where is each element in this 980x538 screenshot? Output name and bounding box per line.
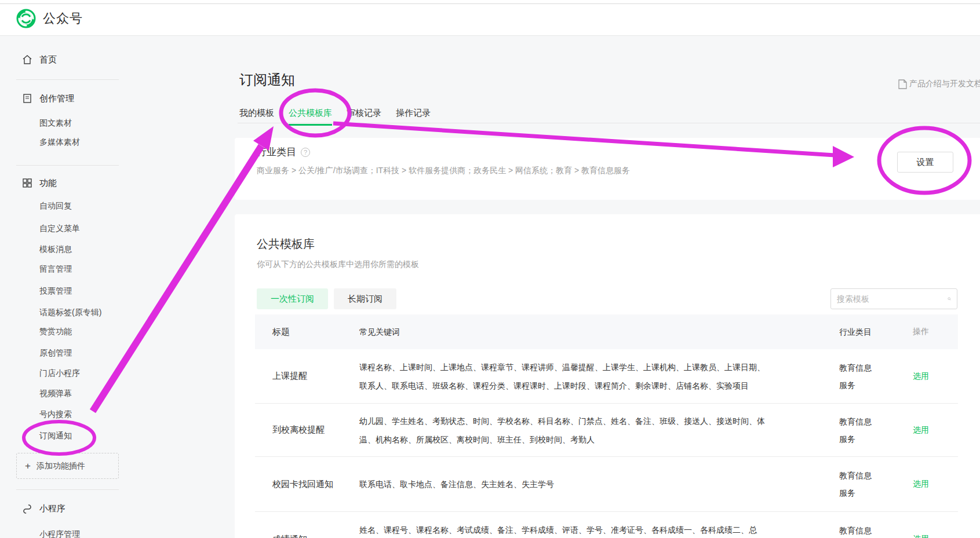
search-icon[interactable] xyxy=(948,294,951,304)
template-keywords: 姓名、课程号、课程名称、考试成绩、备注、学科成绩、评语、学号、准考证号、各科成绩… xyxy=(359,521,839,538)
sidebar: 首页 创作管理 图文素材 多媒体素材 功能 自动回复 自定义菜单 模板消息 留言… xyxy=(0,36,126,538)
library-title: 公共模板库 xyxy=(257,236,315,252)
template-title: 上课提醒 xyxy=(255,371,359,382)
filter-long-term-subscription[interactable]: 长期订阅 xyxy=(334,288,396,309)
sidebar-item-custom-menu[interactable]: 自定义菜单 xyxy=(39,224,80,234)
sidebar-divider xyxy=(16,489,119,490)
wechat-official-account-logo-icon xyxy=(16,9,36,28)
select-template-link[interactable]: 选用 xyxy=(913,479,929,488)
select-template-link[interactable]: 选用 xyxy=(913,425,929,434)
sidebar-item-in-account-search[interactable]: 号内搜索 xyxy=(39,409,72,420)
template-industry: 教育信息服务 xyxy=(839,413,913,448)
table-row: 成绩通知 姓名、课程号、课程名称、考试成绩、备注、学科成绩、评语、学号、准考证号… xyxy=(255,512,958,538)
grid-icon xyxy=(22,178,32,188)
tab-bar-divider xyxy=(238,123,980,123)
column-header-title: 标题 xyxy=(255,327,359,338)
sidebar-item-original-management[interactable]: 原创管理 xyxy=(39,348,72,358)
column-header-action: 操作 xyxy=(913,327,958,337)
select-template-link[interactable]: 选用 xyxy=(913,534,929,538)
doc-link[interactable]: 产品介绍与开发文档 xyxy=(898,79,980,89)
file-icon xyxy=(898,79,907,89)
sidebar-item-multimedia-material[interactable]: 多媒体素材 xyxy=(39,137,80,148)
table-row: 上课提醒 课程名称、上课时间、上课地点、课程章节、课程讲师、温馨提醒、上课学生、… xyxy=(255,349,958,404)
add-plugin-button[interactable]: + 添加功能插件 xyxy=(16,453,119,479)
subscription-type-filters: 一次性订阅 长期订阅 xyxy=(257,288,396,309)
brand[interactable]: 公众号 xyxy=(16,9,83,28)
sidebar-item-topic-tags[interactable]: 话题标签(原专辑) xyxy=(39,308,101,318)
template-keywords: 课程名称、上课时间、上课地点、课程章节、课程讲师、温馨提醒、上课学生、上课机构、… xyxy=(359,358,839,395)
sidebar-group-miniprogram[interactable]: 小程序 xyxy=(39,503,65,514)
sidebar-divider xyxy=(16,165,119,166)
template-industry: 教育信息服务 xyxy=(839,467,913,502)
template-industry: 教育信息服务 xyxy=(839,522,913,538)
template-keywords: 幼儿园、学生姓名、考勤状态、时间、学校名称、科目名称、门禁点、姓名、备注、班级、… xyxy=(359,412,839,449)
sidebar-item-subscribe-notification[interactable]: 订阅通知 xyxy=(39,431,72,441)
sidebar-item-store-miniprogram[interactable]: 门店小程序 xyxy=(39,368,80,379)
table-row: 校园卡找回通知 联系电话、取卡地点、备注信息、失主姓名、失主学号 教育信息服务 … xyxy=(255,457,958,512)
sidebar-item-reward[interactable]: 赞赏功能 xyxy=(39,327,72,337)
template-keywords: 联系电话、取卡地点、备注信息、失主姓名、失主学号 xyxy=(359,475,839,493)
add-plugin-label: 添加功能插件 xyxy=(37,461,85,471)
industry-category-card: 行业类目 ? 商业服务 > 公关/推广/市场调查；IT科技 > 软件服务提供商；… xyxy=(235,138,980,200)
sidebar-item-video-danmu[interactable]: 视频弹幕 xyxy=(39,389,72,399)
sidebar-item-template-message[interactable]: 模板消息 xyxy=(39,244,72,255)
column-header-industry: 行业类目 xyxy=(839,323,913,341)
select-template-link[interactable]: 选用 xyxy=(913,371,929,380)
page-title: 订阅通知 xyxy=(239,71,295,89)
settings-button[interactable]: 设置 xyxy=(897,152,953,173)
home-icon xyxy=(22,54,32,65)
sidebar-group-features[interactable]: 功能 xyxy=(39,178,57,189)
template-title: 成绩通知 xyxy=(255,534,359,538)
template-title: 到校离校提醒 xyxy=(255,424,359,435)
help-icon[interactable]: ? xyxy=(301,148,310,157)
search-input[interactable] xyxy=(831,294,948,303)
plus-icon: + xyxy=(25,460,31,472)
sidebar-item-auto-reply[interactable]: 自动回复 xyxy=(39,201,72,211)
column-header-keywords: 常见关键词 xyxy=(359,323,839,341)
industry-category-title: 行业类目 xyxy=(257,145,296,159)
logo-title: 公众号 xyxy=(43,10,83,27)
library-subtitle: 你可从下方的公共模板库中选用你所需的模板 xyxy=(257,259,419,270)
template-search xyxy=(830,288,957,309)
table-row: 到校离校提醒 幼儿园、学生姓名、考勤状态、时间、学校名称、科目名称、门禁点、姓名… xyxy=(255,404,958,457)
document-icon xyxy=(22,93,32,104)
sidebar-item-comment-management[interactable]: 留言管理 xyxy=(39,264,72,275)
sidebar-item-home[interactable]: 首页 xyxy=(39,54,57,65)
template-industry: 教育信息服务 xyxy=(839,359,913,394)
wechat-official-account-admin: { "header": { "logo_label": "公众号", "doc_… xyxy=(0,0,980,538)
miniprogram-icon xyxy=(22,503,32,514)
doc-link-label: 产品介绍与开发文档 xyxy=(909,79,980,89)
sidebar-divider xyxy=(16,79,119,80)
sidebar-group-creation[interactable]: 创作管理 xyxy=(39,93,74,104)
table-header-row: 标题 常见关键词 行业类目 操作 xyxy=(255,314,958,349)
filter-one-time-subscription[interactable]: 一次性订阅 xyxy=(257,288,328,309)
top-header: 公众号 xyxy=(0,0,980,36)
sidebar-item-miniprogram-management[interactable]: 小程序管理 xyxy=(39,529,80,538)
public-template-library-card: 公共模板库 你可从下方的公共模板库中选用你所需的模板 一次性订阅 长期订阅 标题… xyxy=(235,214,980,538)
sidebar-item-image-text-material[interactable]: 图文素材 xyxy=(39,118,72,129)
industry-category-breadcrumb: 商业服务 > 公关/推广/市场调查；IT科技 > 软件服务提供商；政务民生 > … xyxy=(257,166,630,176)
template-title: 校园卡找回通知 xyxy=(255,479,359,490)
template-table: 标题 常见关键词 行业类目 操作 上课提醒 课程名称、上课时间、上课地点、课程章… xyxy=(255,314,958,538)
sidebar-item-vote-management[interactable]: 投票管理 xyxy=(39,286,72,297)
